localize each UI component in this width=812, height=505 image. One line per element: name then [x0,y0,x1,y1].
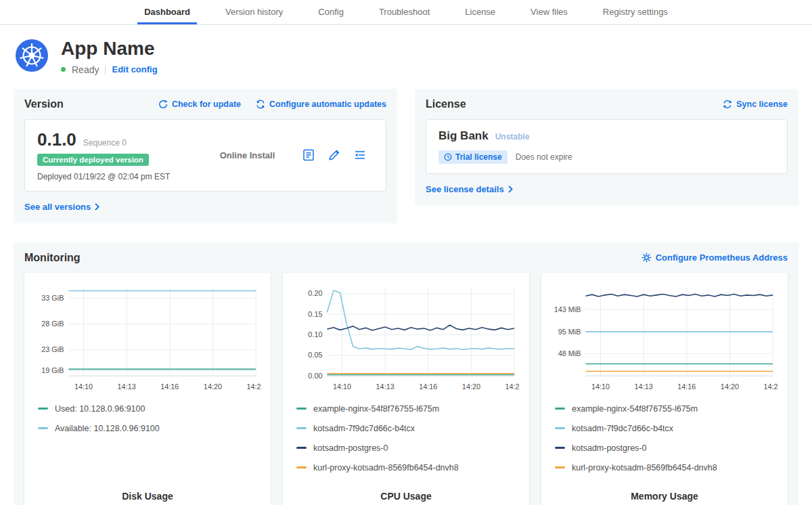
status-dot [61,67,66,72]
clock-icon [444,153,452,161]
svg-text:0.15: 0.15 [308,310,322,318]
cpu-usage-chart-card: 14:1014:1314:1614:2014:230.200.150.100.0… [283,273,529,505]
legend-label: example-nginx-54f8f76755-l675m [313,404,439,414]
tab-version-history[interactable]: Version history [208,0,300,24]
version-sequence: Sequence 0 [83,138,127,148]
legend-swatch [555,447,565,449]
disk-usage-legend: Used: 10.128.0.96:9100Available: 10.128.… [34,404,261,443]
divider [105,65,106,74]
configure-automatic-updates-link[interactable]: Configure automatic updates [256,100,386,109]
legend-swatch [296,466,307,468]
see-all-versions-link[interactable]: See all versions [24,202,99,212]
charts-row: 14:1014:1314:1614:2014:2333 GiB28 GiB23 … [24,273,788,505]
legend-item: kurl-proxy-kotsadm-8569fb6454-dnvh8 [555,463,778,473]
legend-label: kotsadm-postgres-0 [313,443,388,453]
legend-item: kotsadm-7f9dc7d66c-b4tcx [296,424,520,433]
svg-text:0.10: 0.10 [308,330,322,338]
svg-text:14:13: 14:13 [118,382,136,391]
deployed-badge: Currently deployed version [37,154,149,166]
legend-swatch [555,466,565,468]
legend-swatch [296,408,307,410]
license-expiration: Does not expire [516,152,572,162]
see-license-details-link[interactable]: See license details [426,184,513,194]
legend-label: kotsadm-7f9dc7d66c-b4tcx [313,424,415,433]
svg-text:48 MiB: 48 MiB [558,349,581,357]
tab-registry-settings[interactable]: Registry settings [585,0,685,24]
svg-text:14:20: 14:20 [462,382,480,391]
legend-item: kotsadm-postgres-0 [555,443,778,453]
legend-label: Available: 10.128.0.96:9100 [55,424,160,433]
memory-usage-chart: 14:1014:1314:1614:2014:23143 MiB95 MiB48… [551,281,778,395]
top-nav: Dashboard Version history Config Trouble… [0,0,812,25]
status-text: Ready [72,64,99,75]
legend-swatch [296,447,307,449]
tab-view-files[interactable]: View files [513,0,585,24]
svg-text:14:23: 14:23 [505,382,520,391]
sync-license-link[interactable]: Sync license [723,100,788,109]
configure-prometheus-link[interactable]: Configure Prometheus Address [641,252,788,263]
legend-swatch [38,427,48,429]
svg-text:14:20: 14:20 [721,382,739,391]
tab-config[interactable]: Config [300,0,361,24]
svg-text:14:16: 14:16 [419,382,437,391]
version-panel-title: Version [24,98,64,110]
disk-usage-chart: 14:1014:1314:1614:2014:2333 GiB28 GiB23 … [34,281,261,395]
license-channel: Unstable [495,132,530,141]
svg-text:14:13: 14:13 [635,382,653,391]
legend-swatch [555,427,565,429]
chart-title: Disk Usage [34,483,261,502]
edit-version-icon[interactable] [328,148,341,162]
disk-usage-chart-card: 14:1014:1314:1614:2014:2333 GiB28 GiB23 … [24,273,271,505]
legend-item: Available: 10.128.0.96:9100 [38,424,261,433]
cards-row: Version Check for update [0,85,812,223]
monitoring-section: Monitoring Configure Prometheus Address … [14,242,798,505]
svg-text:33 GiB: 33 GiB [41,293,64,301]
svg-text:14:23: 14:23 [247,382,261,391]
svg-text:14:16: 14:16 [677,382,696,391]
svg-text:14:23: 14:23 [764,382,778,391]
legend-item: kurl-proxy-kotsadm-8569fb6454-dnvh8 [296,463,520,473]
tab-dashboard[interactable]: Dashboard [127,0,208,24]
legend-label: example-nginx-54f8f76755-l675m [572,404,698,414]
trial-license-badge: Trial license [438,150,508,164]
svg-text:23 GiB: 23 GiB [41,345,64,353]
cpu-usage-legend: example-nginx-54f8f76755-l675mkotsadm-7f… [292,404,520,483]
view-diff-icon[interactable] [353,148,367,162]
chart-title: CPU Usage [292,483,520,502]
chevron-right-icon [508,185,513,193]
cpu-usage-chart: 14:1014:1314:1614:2014:230.200.150.100.0… [292,281,520,395]
edit-config-link[interactable]: Edit config [112,64,157,74]
kubernetes-logo-icon [15,39,49,72]
memory-usage-chart-card: 14:1014:1314:1614:2014:23143 MiB95 MiB48… [541,273,788,505]
chart-title: Memory Usage [551,483,778,502]
memory-usage-legend: example-nginx-54f8f76755-l675mkotsadm-7f… [551,404,778,483]
svg-text:19 GiB: 19 GiB [41,366,64,374]
legend-label: kurl-proxy-kotsadm-8569fb6454-dnvh8 [572,463,717,473]
monitoring-title: Monitoring [24,252,81,264]
release-notes-icon[interactable] [302,148,315,162]
license-panel: License Sync license Big Bank Unstable [415,89,798,206]
legend-item: example-nginx-54f8f76755-l675m [296,404,520,414]
auto-update-icon [256,100,265,109]
svg-text:143 MiB: 143 MiB [554,305,581,313]
chevron-right-icon [95,203,99,211]
tab-license[interactable]: License [447,0,513,24]
legend-swatch [555,408,565,410]
version-number: 0.1.0 [37,129,76,150]
legend-item: Used: 10.128.0.96:9100 [38,404,261,414]
legend-item: example-nginx-54f8f76755-l675m [555,404,778,414]
svg-text:0.05: 0.05 [308,351,322,359]
install-type-label: Online Install [220,150,275,160]
svg-text:14:10: 14:10 [74,382,93,391]
sync-icon [723,100,732,109]
license-panel-title: License [426,98,466,110]
legend-item: kotsadm-7f9dc7d66c-b4tcx [555,424,778,433]
legend-label: kotsadm-postgres-0 [572,443,646,453]
license-card: Big Bank Unstable Trial license Does not… [426,119,788,174]
version-panel: Version Check for update [14,89,397,223]
gear-icon [641,252,652,263]
tab-troubleshoot[interactable]: Troubleshoot [361,0,447,24]
check-for-update-link[interactable]: Check for update [158,100,241,109]
svg-text:14:10: 14:10 [591,382,610,391]
svg-text:0.20: 0.20 [308,289,322,297]
